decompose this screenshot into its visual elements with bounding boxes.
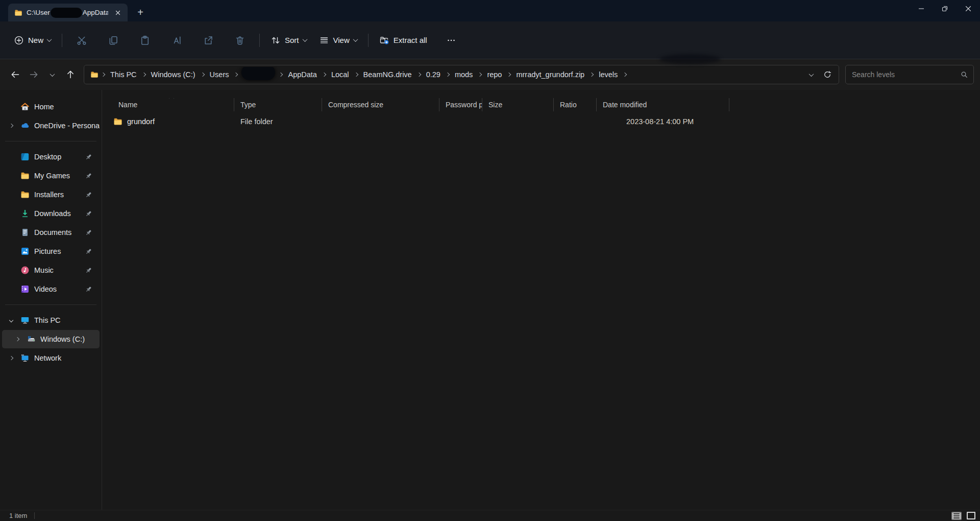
breadcrumb-chevron-icon[interactable] (141, 73, 145, 77)
sidebar-item-documents[interactable]: Documents (2, 223, 100, 242)
view-button[interactable]: View (313, 31, 363, 50)
tab-close-button[interactable] (112, 7, 124, 18)
sort-button[interactable]: Sort (265, 31, 312, 50)
chevron-down-icon[interactable] (9, 318, 13, 322)
paste-button[interactable] (135, 31, 155, 50)
column-header-date[interactable]: Date modified (597, 98, 729, 111)
share-button[interactable] (198, 31, 218, 50)
extract-all-button[interactable]: Extract all (374, 31, 433, 50)
titlebar: C:\User AppData\Local + (0, 0, 980, 21)
breadcrumb-chevron-icon[interactable] (416, 73, 421, 77)
breadcrumb-chevron-icon[interactable] (200, 73, 204, 77)
breadcrumb-segment[interactable]: 0.29 (423, 69, 444, 80)
chevron-right-icon[interactable] (15, 337, 19, 341)
back-button[interactable] (6, 66, 24, 83)
large-icons-view-toggle[interactable] (965, 511, 977, 520)
sidebar-item-label: Desktop (34, 153, 85, 161)
close-button[interactable] (957, 0, 980, 17)
breadcrumb-segment[interactable]: BeamNG.drive (360, 69, 415, 80)
file-explorer-window: C:\User AppData\Local + New Sort (0, 0, 980, 521)
breadcrumb-segment[interactable]: Users (206, 69, 233, 80)
up-button[interactable] (61, 66, 80, 83)
restore-icon (941, 5, 949, 13)
sidebar-item-desktop[interactable]: Desktop (2, 148, 100, 166)
ellipsis-icon (446, 35, 456, 45)
sidebar-item-windows-c[interactable]: Windows (C:) (2, 330, 100, 348)
breadcrumb-chevron-icon[interactable] (590, 73, 594, 77)
sidebar-item-label: My Games (34, 172, 85, 180)
breadcrumb-segment[interactable]: AppData (284, 69, 320, 80)
breadcrumb-segment[interactable]: mods (451, 69, 476, 80)
forward-arrow-icon (29, 69, 39, 80)
cut-button[interactable] (71, 31, 92, 50)
search-icon (960, 70, 968, 79)
refresh-button[interactable] (819, 67, 836, 82)
more-options-button[interactable] (441, 31, 461, 50)
home-icon (20, 102, 30, 111)
column-header-type[interactable]: Type (234, 98, 322, 111)
sidebar-item-label: Downloads (34, 209, 85, 218)
new-button[interactable]: New (8, 31, 57, 50)
chevron-right-icon[interactable] (9, 356, 13, 360)
rename-icon (172, 35, 182, 45)
delete-button[interactable] (230, 31, 250, 50)
new-tab-button[interactable]: + (133, 5, 148, 20)
sidebar-item-home[interactable]: Home (2, 98, 100, 116)
breadcrumb-chevron-icon[interactable] (446, 73, 450, 77)
breadcrumb-chevron-icon[interactable] (234, 73, 238, 77)
breadcrumb-chevron-icon[interactable] (322, 73, 326, 77)
sidebar-item-videos[interactable]: Videos (2, 280, 100, 298)
breadcrumb-segment[interactable]: levels (595, 69, 621, 80)
sidebar-item-pictures[interactable]: Pictures (2, 242, 100, 260)
sidebar-item-music[interactable]: Music (2, 261, 100, 279)
minimize-button[interactable] (910, 0, 933, 17)
forward-button[interactable] (24, 66, 43, 83)
sidebar-item-label: Pictures (34, 247, 85, 255)
breadcrumb-chevron-icon[interactable] (101, 73, 105, 77)
column-header-compressed[interactable]: Compressed size (322, 98, 439, 111)
address-dropdown-button[interactable] (803, 67, 819, 82)
breadcrumb-segment[interactable]: repo (483, 69, 505, 80)
column-header-name[interactable]: Name (109, 98, 234, 111)
cut-icon (77, 35, 87, 45)
chevron-down-icon (50, 72, 55, 77)
rename-button[interactable] (166, 31, 187, 50)
breadcrumb-chevron-icon[interactable] (623, 73, 627, 77)
breadcrumb-segment[interactable]: Windows (C:) (148, 69, 199, 80)
breadcrumb-chevron-icon[interactable] (279, 73, 283, 77)
copy-button[interactable] (103, 31, 124, 50)
column-header-size[interactable]: Size (482, 98, 554, 111)
breadcrumb-chevron-icon[interactable] (478, 73, 482, 77)
tab-title: C:\User AppData\Local (27, 8, 108, 18)
sidebar-divider (5, 141, 96, 141)
breadcrumb-segment[interactable]: mrradyt_grundorf.zip (512, 69, 588, 80)
breadcrumb-chevron-icon[interactable] (354, 73, 358, 77)
sidebar-item-onedrive-persona[interactable]: OneDrive - Persona (2, 116, 100, 135)
restore-button[interactable] (933, 0, 957, 17)
file-row-grundorf[interactable]: grundorfFile folder2023-08-21 4:00 PM (109, 112, 980, 131)
address-bar[interactable]: This PCWindows (C:)UsersAppDataLocalBeam… (84, 65, 839, 84)
column-header-ratio[interactable]: Ratio (554, 98, 597, 111)
details-view-toggle[interactable] (950, 511, 963, 520)
sidebar-item-this-pc[interactable]: This PC (2, 311, 100, 329)
sidebar-item-network[interactable]: Network (2, 349, 100, 367)
column-headers: NameTypeCompressed sizePassword p...Size… (109, 97, 980, 112)
breadcrumb-segment[interactable]: Local (328, 69, 353, 80)
breadcrumb-segment[interactable]: This PC (107, 69, 140, 80)
recent-locations-button[interactable] (43, 66, 61, 83)
tab-title-prefix: C:\User (27, 9, 50, 16)
chevron-right-icon[interactable] (9, 124, 13, 128)
sidebar-item-label: Videos (34, 285, 85, 293)
breadcrumb-chevron-icon[interactable] (507, 73, 511, 77)
folder-icon (90, 70, 99, 79)
search-input[interactable] (852, 70, 960, 79)
close-icon (964, 5, 972, 13)
sidebar-item-installers[interactable]: Installers (2, 185, 100, 204)
sidebar-item-downloads[interactable]: Downloads (2, 204, 100, 223)
refresh-icon (823, 70, 831, 79)
column-header-password[interactable]: Password p... (439, 98, 482, 111)
breadcrumb: This PCWindows (C:)UsersAppDataLocalBeam… (100, 67, 803, 82)
explorer-tab[interactable]: C:\User AppData\Local (8, 4, 128, 21)
sidebar-item-my-games[interactable]: My Games (2, 167, 100, 185)
file-list-pane[interactable]: NameTypeCompressed sizePassword p...Size… (102, 90, 980, 510)
